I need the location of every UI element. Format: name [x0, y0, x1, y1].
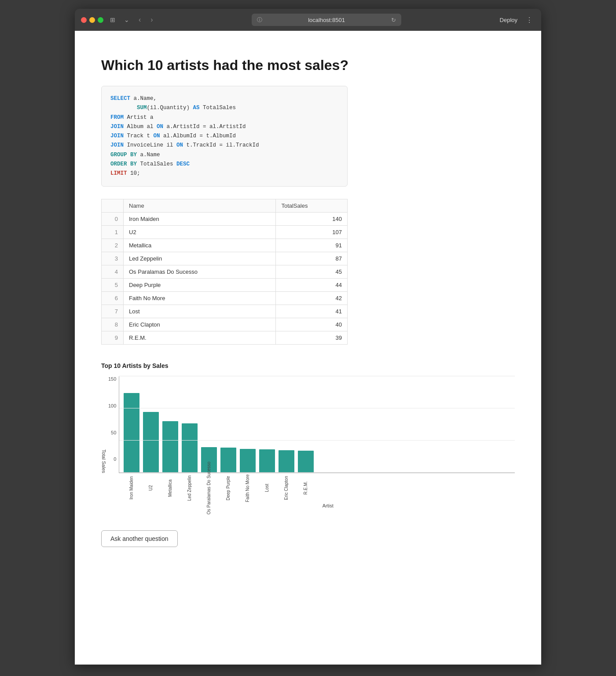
sql-join2-keyword: JOIN: [110, 133, 124, 139]
y-tick-50: 50: [111, 430, 116, 435]
table-row: 9 R.E.M. 39: [102, 331, 348, 345]
row-index: 8: [102, 318, 124, 331]
chart-bar[interactable]: [298, 451, 314, 473]
row-sales: 87: [276, 252, 348, 265]
chart-bar[interactable]: [259, 449, 275, 473]
address-bar-container: ⓘ localhost:8501 ↻: [160, 14, 493, 26]
forward-button[interactable]: ›: [148, 15, 155, 25]
sql-groupby-keyword: GROUP BY: [110, 152, 137, 158]
browser-toolbar: ⊞ ⌄ ‹ › ⓘ localhost:8501 ↻ Deploy ⋮: [75, 9, 541, 31]
row-name: R.E.M.: [124, 331, 276, 345]
row-index: 1: [102, 226, 124, 239]
maximize-button[interactable]: [98, 17, 103, 23]
traffic-lights: [81, 17, 103, 23]
chart-x-axis-label: Artist: [119, 503, 515, 508]
data-table: Name TotalSales 0 Iron Maiden 140 1 U2 1…: [101, 199, 348, 345]
table-row: 4 Os Paralamas Do Sucesso 45: [102, 265, 348, 279]
chart-bar[interactable]: [240, 449, 256, 473]
chart-bar[interactable]: [220, 448, 236, 473]
row-index: 0: [102, 213, 124, 226]
row-name: Eric Clapton: [124, 318, 276, 331]
chart-x-label: Eric Clapton: [278, 475, 294, 501]
table-row: 1 U2 107: [102, 226, 348, 239]
row-name: Metallica: [124, 239, 276, 252]
table-row: 0 Iron Maiden 140: [102, 213, 348, 226]
row-name: Lost: [124, 305, 276, 318]
row-name: Iron Maiden: [124, 213, 276, 226]
sidebar-toggle-button[interactable]: ⊞: [108, 15, 117, 24]
chart-x-label: Lost: [259, 475, 275, 501]
row-index: 7: [102, 305, 124, 318]
chart-bar[interactable]: [182, 423, 198, 473]
sql-select-keyword: SELECT: [110, 96, 130, 102]
chart-bar[interactable]: [162, 421, 178, 473]
deploy-button[interactable]: Deploy: [497, 16, 520, 24]
chart-x-label: Deep Purple: [220, 475, 236, 501]
reload-icon[interactable]: ↻: [391, 17, 396, 23]
row-index: 2: [102, 239, 124, 252]
row-index: 9: [102, 331, 124, 345]
row-name: Led Zeppelin: [124, 252, 276, 265]
browser-window: ⊞ ⌄ ‹ › ⓘ localhost:8501 ↻ Deploy ⋮ Whic…: [75, 9, 541, 665]
chart-bar[interactable]: [143, 412, 159, 473]
row-sales: 40: [276, 318, 348, 331]
sql-on2-keyword: ON: [154, 133, 160, 139]
close-button[interactable]: [81, 17, 87, 23]
chart-bar[interactable]: [279, 450, 294, 473]
chart-x-label: Os Paralamas Do Sucesso: [201, 475, 216, 501]
row-name: U2: [124, 226, 276, 239]
row-sales: 39: [276, 331, 348, 345]
sql-orderby-keyword: ORDER BY: [110, 161, 137, 167]
y-tick-0: 0: [114, 456, 116, 462]
row-index: 6: [102, 292, 124, 305]
chart-bars-container: [119, 376, 515, 473]
address-bar[interactable]: ⓘ localhost:8501 ↻: [252, 14, 401, 26]
row-sales: 91: [276, 239, 348, 252]
row-sales: 107: [276, 226, 348, 239]
chart-x-label: R.E.M.: [297, 475, 313, 501]
y-tick-100: 100: [108, 403, 116, 408]
row-sales: 41: [276, 305, 348, 318]
chart-title: Top 10 Artists by Sales: [101, 362, 515, 369]
table-header-totalsales: TotalSales: [276, 199, 348, 213]
y-tick-150: 150: [108, 376, 116, 382]
row-index: 3: [102, 252, 124, 265]
chart-x-label: Iron Maiden: [123, 475, 139, 501]
row-name: Os Paralamas Do Sucesso: [124, 265, 276, 279]
page-content: Which 10 artists had the most sales? SEL…: [75, 31, 541, 665]
sql-as-keyword: AS: [193, 105, 200, 111]
table-row: 7 Lost 41: [102, 305, 348, 318]
sidebar-chevron-button[interactable]: ⌄: [122, 15, 132, 24]
sql-desc-keyword: DESC: [176, 161, 190, 167]
sql-limit-keyword: LIMIT: [110, 170, 127, 176]
table-row: 3 Led Zeppelin 87: [102, 252, 348, 265]
row-index: 5: [102, 279, 124, 292]
lock-icon: ⓘ: [257, 16, 262, 24]
more-options-button[interactable]: ⋮: [524, 15, 535, 25]
table-row: 2 Metallica 91: [102, 239, 348, 252]
row-name: Faith No More: [124, 292, 276, 305]
sql-from-keyword: FROM: [110, 114, 124, 121]
row-sales: 140: [276, 213, 348, 226]
chart-x-label: Led Zeppelin: [181, 475, 197, 501]
chart-x-label: Metallica: [162, 475, 178, 501]
chart-bar[interactable]: [124, 393, 139, 473]
table-row: 8 Eric Clapton 40: [102, 318, 348, 331]
table-row: 6 Faith No More 42: [102, 292, 348, 305]
row-sales: 45: [276, 265, 348, 279]
sql-join1-keyword: JOIN: [110, 124, 124, 130]
sql-on3-keyword: ON: [176, 142, 183, 148]
sql-code-block: SELECT a.Name, SUM(il.Quantity) AS Total…: [101, 86, 348, 187]
sql-on1-keyword: ON: [157, 124, 163, 130]
page-title: Which 10 artists had the most sales?: [101, 57, 515, 73]
back-button[interactable]: ‹: [136, 15, 143, 25]
url-text: localhost:8501: [266, 17, 388, 23]
chart-x-label: U2: [143, 475, 158, 501]
chart-x-label: Faith No More: [239, 475, 255, 501]
ask-another-question-button[interactable]: Ask another question: [101, 530, 178, 547]
toolbar-right: Deploy ⋮: [497, 15, 535, 25]
table-header-index: [102, 199, 124, 213]
minimize-button[interactable]: [89, 17, 95, 23]
chart-section: Top 10 Artists by Sales Total Sales 150 …: [101, 362, 515, 508]
row-sales: 44: [276, 279, 348, 292]
